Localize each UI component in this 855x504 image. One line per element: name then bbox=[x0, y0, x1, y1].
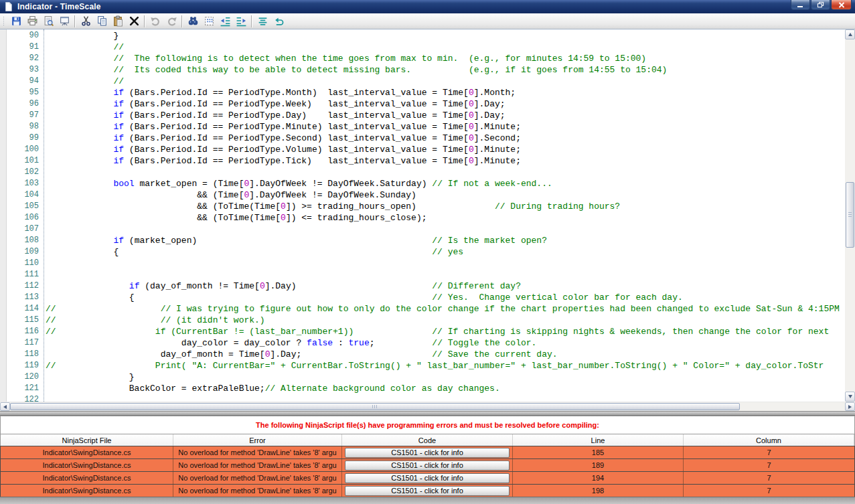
undo-icon[interactable] bbox=[147, 14, 163, 28]
code-text[interactable]: } // // The following is to detect when … bbox=[46, 30, 845, 402]
toolbar-separator bbox=[181, 15, 183, 27]
code-line[interactable]: day_of_month = Time[0].Day; // Save the … bbox=[46, 349, 845, 360]
code-line[interactable]: // bbox=[46, 41, 845, 53]
left-arrow-icon bbox=[3, 405, 7, 409]
line-number: 100 bbox=[6, 144, 39, 155]
code-line[interactable]: day_color = day_color ? false : true; //… bbox=[46, 337, 845, 349]
code-line[interactable]: if (Bars.Period.Id == PeriodType.Minute)… bbox=[46, 121, 845, 133]
code-line[interactable]: if (market_open) // Is the market open? bbox=[46, 235, 845, 246]
line-number: 108 bbox=[6, 235, 39, 246]
code-line[interactable] bbox=[46, 394, 845, 402]
scroll-down-button[interactable] bbox=[845, 392, 855, 402]
error-column-cell: 7 bbox=[684, 459, 854, 471]
code-line[interactable]: } bbox=[46, 371, 845, 383]
right-arrow-icon bbox=[848, 405, 852, 409]
cut-icon[interactable] bbox=[78, 14, 94, 28]
code-line[interactable]: if (Bars.Period.Id == PeriodType.Month) … bbox=[46, 87, 845, 98]
error-panel: The following NinjaScript file(s) have p… bbox=[0, 416, 855, 504]
error-code-button[interactable]: CS1501 - click for info bbox=[345, 448, 510, 458]
error-code-button[interactable]: CS1501 - click for info bbox=[345, 486, 510, 496]
code-line[interactable]: // Its coded this way to be able to dete… bbox=[46, 64, 845, 76]
print-preview-icon[interactable] bbox=[40, 14, 56, 28]
error-row[interactable]: Indicator\SwingDistance.csNo overload fo… bbox=[0, 484, 855, 497]
window-buttons bbox=[791, 0, 852, 10]
toolbar bbox=[0, 13, 855, 29]
line-number: 119 bbox=[6, 360, 39, 371]
redo-icon[interactable] bbox=[163, 14, 179, 28]
line-number: 107 bbox=[6, 224, 39, 235]
indent-icon[interactable] bbox=[233, 14, 249, 28]
error-code-cell: CS1501 - click for info bbox=[342, 472, 513, 484]
code-line[interactable]: if (Bars.Period.Id == PeriodType.Tick) l… bbox=[46, 155, 845, 167]
line-number: 115 bbox=[6, 315, 39, 326]
code-line[interactable]: && (ToTime(Time[0]) <= trading_hours_clo… bbox=[46, 212, 845, 224]
code-line[interactable]: if (day_of_month != Time[0].Day) // Diff… bbox=[46, 280, 845, 292]
code-line[interactable]: { // yes bbox=[46, 246, 845, 258]
vertical-scroll-thumb[interactable] bbox=[846, 182, 854, 248]
close-button[interactable] bbox=[831, 0, 852, 10]
code-line[interactable]: // Print( "A: CurrentBar=" + CurrentBar.… bbox=[46, 360, 845, 371]
code-line[interactable]: // bbox=[46, 76, 845, 87]
code-line[interactable]: && (ToTime(Time[0]) >= trading_hours_ope… bbox=[46, 201, 845, 212]
code-line[interactable]: // The following is to detect when the t… bbox=[46, 53, 845, 64]
horizontal-scroll-thumb[interactable] bbox=[10, 403, 740, 410]
code-editor[interactable]: 9091929394959697989910010110210310410510… bbox=[0, 29, 855, 411]
code-line[interactable]: // // (it didn't work.) bbox=[46, 315, 845, 326]
titlebar[interactable]: Indicator - TimeScale bbox=[0, 0, 855, 13]
line-number: 103 bbox=[6, 178, 39, 189]
restore-button[interactable] bbox=[811, 0, 830, 10]
error-line-cell: 185 bbox=[513, 446, 684, 458]
copy-icon[interactable] bbox=[94, 14, 110, 28]
error-row[interactable]: Indicator\SwingDistance.csNo overload fo… bbox=[0, 458, 855, 471]
code-line[interactable]: { // Yes. Change vertical color bar for … bbox=[46, 292, 845, 303]
code-line[interactable]: BackColor = extraPaleBlue;// Alternate b… bbox=[46, 383, 845, 394]
code-line[interactable]: // // I was trying to figure out how to … bbox=[46, 303, 845, 315]
line-number: 95 bbox=[6, 87, 39, 98]
scroll-up-button[interactable] bbox=[845, 29, 855, 39]
line-number: 102 bbox=[6, 167, 39, 178]
toolbar-grip[interactable] bbox=[3, 16, 5, 27]
error-code-button[interactable]: CS1501 - click for info bbox=[345, 473, 510, 483]
error-code-button[interactable]: CS1501 - click for info bbox=[345, 460, 510, 471]
line-number: 92 bbox=[6, 53, 39, 64]
scroll-left-button[interactable] bbox=[0, 402, 10, 411]
print-icon[interactable] bbox=[24, 14, 40, 28]
splitter[interactable] bbox=[0, 411, 855, 416]
scroll-right-button[interactable] bbox=[845, 402, 855, 411]
code-line[interactable] bbox=[46, 224, 845, 235]
code-line[interactable] bbox=[46, 258, 845, 269]
code-line[interactable]: && (Time[0].DayOfWeek != DayOfWeek.Sunda… bbox=[46, 189, 845, 201]
code-line[interactable] bbox=[46, 167, 845, 178]
code-line[interactable]: if (Bars.Period.Id == PeriodType.Week) l… bbox=[46, 98, 845, 110]
error-column-cell: 7 bbox=[684, 472, 854, 484]
code-line[interactable]: if (Bars.Period.Id == PeriodType.Volume)… bbox=[46, 144, 845, 155]
code-line[interactable]: bool market_open = (Time[0].DayOfWeek !=… bbox=[46, 178, 845, 189]
line-number: 111 bbox=[6, 269, 39, 280]
error-row[interactable]: Indicator\SwingDistance.csNo overload fo… bbox=[0, 446, 855, 458]
code-line[interactable]: } bbox=[46, 30, 845, 41]
line-number: 118 bbox=[6, 349, 39, 360]
code-line[interactable]: // if (CurrentBar != (last_bar_number+1)… bbox=[46, 326, 845, 337]
error-text-cell: No overload for method 'DrawLine' takes … bbox=[173, 485, 342, 497]
select-icon[interactable] bbox=[201, 14, 217, 28]
line-number: 120 bbox=[6, 371, 39, 383]
save-icon[interactable] bbox=[8, 14, 24, 28]
code-line[interactable]: if (Bars.Period.Id == PeriodType.Day) la… bbox=[46, 110, 845, 121]
line-number: 114 bbox=[6, 303, 39, 315]
error-row[interactable]: Indicator\SwingDistance.csNo overload fo… bbox=[0, 471, 855, 484]
vertical-scrollbar[interactable] bbox=[845, 29, 855, 402]
outdent-icon[interactable] bbox=[217, 14, 233, 28]
toolbar-separator bbox=[74, 15, 76, 27]
delete-icon[interactable] bbox=[126, 14, 142, 28]
align-lines-icon[interactable] bbox=[254, 14, 270, 28]
line-number: 98 bbox=[6, 121, 39, 133]
return-arrow-icon[interactable] bbox=[270, 14, 287, 28]
minimize-button[interactable] bbox=[791, 0, 810, 10]
display-icon[interactable] bbox=[56, 14, 72, 28]
code-line[interactable] bbox=[46, 269, 845, 280]
paste-icon[interactable] bbox=[110, 14, 126, 28]
find-icon[interactable] bbox=[185, 14, 201, 28]
horizontal-scrollbar[interactable] bbox=[0, 402, 855, 411]
code-line[interactable]: if (Bars.Period.Id == PeriodType.Second)… bbox=[46, 133, 845, 144]
column-header: NinjaScript File bbox=[1, 434, 173, 446]
